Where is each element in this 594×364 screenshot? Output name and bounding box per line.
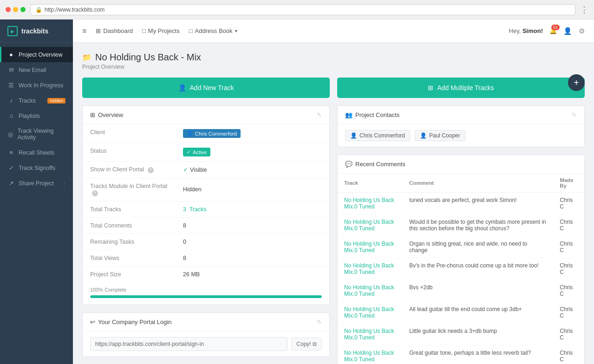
- dashboard-link[interactable]: ⊞ Dashboard: [96, 27, 133, 34]
- sidebar-item-tracks[interactable]: ♪ Tracks Hidden: [0, 93, 73, 108]
- sidebar-item-track-viewing-activity[interactable]: ◎ Track Viewing Activity: [0, 124, 73, 145]
- portal-url-input[interactable]: [90, 337, 287, 351]
- my-projects-link[interactable]: □ My Projects: [142, 27, 180, 34]
- browser-dots: [6, 7, 26, 12]
- comment-track-link[interactable]: No Holding Us Back Mix.0 Tuned: [344, 240, 394, 254]
- hamburger-icon[interactable]: ≡: [82, 27, 86, 35]
- url-text: http://www.trackbits.com: [45, 6, 104, 13]
- sidebar-item-track-signoffs[interactable]: ✓ Track Signoffs: [0, 160, 73, 176]
- sidebar-logo: ▶ trackbits: [0, 20, 73, 43]
- close-dot[interactable]: [6, 7, 11, 12]
- tracks-count-link[interactable]: 3 Tracks: [183, 206, 207, 213]
- settings-icon[interactable]: ⚙: [579, 27, 585, 35]
- visible-text: Visible: [190, 167, 207, 173]
- comment-text-cell: Bvs +2db: [403, 280, 553, 302]
- minimize-dot[interactable]: [13, 7, 18, 12]
- comment-madeby-cell: Chris C: [553, 193, 584, 214]
- sidebar-label-project-overview: Project Overview: [19, 52, 62, 58]
- client-badge-icon: 👤: [187, 130, 193, 136]
- sidebar-label-recall-sheets: Recall Sheets: [19, 150, 54, 156]
- logo-text: trackbits: [21, 27, 48, 35]
- comment-madeby-cell: Chris C: [553, 345, 584, 364]
- contacts-title: 👥 Project Contacts: [345, 111, 399, 118]
- url-bar[interactable]: 🔒 http://www.trackbits.com: [30, 4, 575, 15]
- comment-track-link[interactable]: No Holding Us Back Mix.0 Tuned: [344, 328, 394, 341]
- logo-icon: ▶: [7, 26, 18, 36]
- comment-track-cell: No Holding Us Back Mix.0 Tuned: [338, 345, 403, 364]
- address-book-label: Address Book: [195, 27, 233, 34]
- add-button[interactable]: +: [568, 74, 585, 91]
- col-track: Track: [338, 174, 403, 193]
- overview-table: Client 👤 Chris Commerford Status: [83, 124, 329, 282]
- client-badge-text: Chris Commerford: [195, 131, 237, 136]
- sidebar-label-share-project: Share Project: [19, 180, 54, 187]
- notifications-button[interactable]: 🔔 51: [549, 27, 557, 34]
- comment-madeby-cell: Chris C: [553, 302, 584, 324]
- comments-icon: 💬: [345, 161, 352, 168]
- add-new-track-label: Add New Track: [190, 84, 234, 91]
- contact-name-0: Chris Commerford: [359, 132, 405, 139]
- greeting-text: Hey, Simon!: [509, 27, 543, 34]
- user-icon[interactable]: 👤: [563, 27, 572, 35]
- comment-track-link[interactable]: No Holding Us Back Mix.0 Tuned: [344, 284, 394, 297]
- comment-text-cell: Little guitar lick needs a 3+db bump: [403, 324, 553, 345]
- comments-table: Track Comment Made By No Holding Us Back…: [338, 174, 584, 364]
- sidebar-item-share-project[interactable]: ↗ Share Project ‹: [0, 176, 73, 191]
- add-multiple-tracks-button[interactable]: ⊞ Add Multiple Tracks: [337, 78, 585, 98]
- table-row: No Holding Us Back Mix.0 Tuned Would it …: [338, 214, 584, 236]
- comment-madeby-cell: Chris C: [553, 324, 584, 345]
- status-label: Status: [83, 143, 176, 161]
- client-portal-label-text: Show in Client Portal: [90, 166, 144, 173]
- comment-text-cell: Organ is sitting great, nice and wide, n…: [403, 236, 553, 258]
- comment-track-link[interactable]: No Holding Us Back Mix.0 Tuned: [344, 197, 394, 210]
- sidebar-label-playlists: Playlists: [19, 113, 40, 119]
- top-nav-right: Hey, Simon! 🔔 51 👤 ⚙: [509, 27, 585, 35]
- table-row: No Holding Us Back Mix.0 Tuned All lead …: [338, 302, 584, 324]
- address-book-dropdown-icon: ▾: [235, 28, 237, 33]
- sidebar-item-playlists[interactable]: ♫ Playlists: [0, 108, 73, 124]
- two-col-layout: ⊞ Overview ✎ Client 👤: [82, 105, 585, 364]
- comment-track-link[interactable]: No Holding Us Back Mix.0 Tuned: [344, 350, 394, 363]
- add-new-track-button[interactable]: 👤 Add New Track: [82, 78, 330, 98]
- remaining-tasks-value: 0: [176, 234, 329, 250]
- add-multiple-tracks-label: Add Multiple Tracks: [437, 84, 494, 91]
- contact-tag-0[interactable]: 👤 Chris Commerford: [345, 130, 410, 141]
- contact-tag-1[interactable]: 👤 Paul Cooper: [415, 130, 465, 141]
- client-badge[interactable]: 👤 Chris Commerford: [183, 129, 241, 138]
- page-subtitle: Project Overview: [82, 64, 585, 70]
- add-track-icon: 👤: [178, 84, 186, 91]
- overview-edit-icon[interactable]: ✎: [317, 111, 322, 118]
- contacts-edit-icon[interactable]: ✎: [572, 111, 577, 118]
- sidebar-item-work-in-progress[interactable]: ☰ Work In Progress: [0, 78, 73, 93]
- table-row: No Holding Us Back Mix.0 Tuned Bvs +2db …: [338, 280, 584, 302]
- comments-tbody: No Holding Us Back Mix.0 Tuned tuned voc…: [338, 193, 584, 364]
- recall-sheets-icon: ≡: [7, 149, 15, 156]
- comment-track-link[interactable]: No Holding Us Back Mix.0 Tuned: [344, 262, 394, 275]
- browser-chrome: 🔒 http://www.trackbits.com ⋮: [0, 0, 594, 20]
- address-book-link[interactable]: □ Address Book ▾: [189, 27, 237, 34]
- sidebar-item-project-overview[interactable]: ● Project Overview: [0, 47, 73, 62]
- sidebar-item-recall-sheets[interactable]: ≡ Recall Sheets: [0, 145, 73, 160]
- fullscreen-dot[interactable]: [20, 7, 26, 12]
- project-overview-icon: ●: [7, 51, 15, 58]
- comment-track-cell: No Holding Us Back Mix.0 Tuned: [338, 214, 403, 236]
- overview-row-status: Status ✓ Active: [83, 143, 329, 162]
- portal-login-edit-icon[interactable]: ✎: [317, 318, 322, 325]
- tracks-icon: ♪: [7, 97, 15, 104]
- project-size-value: 26 MB: [176, 266, 329, 282]
- portal-login-card: ↩ Your Company Portal Login ✎ Copy! ⧉: [82, 312, 330, 357]
- copy-button[interactable]: Copy! ⧉: [291, 338, 322, 351]
- overview-row-total-tracks: Total Tracks 3 Tracks: [83, 202, 329, 218]
- comment-track-link[interactable]: No Holding Us Back Mix.0 Tuned: [344, 219, 394, 232]
- portal-login-title-text: Your Company Portal Login: [98, 318, 172, 325]
- comment-madeby-cell: Chris C: [553, 258, 584, 280]
- sidebar-item-new-email[interactable]: ✉ New Email: [0, 62, 73, 78]
- table-row: No Holding Us Back Mix.0 Tuned Bv's in t…: [338, 258, 584, 280]
- portal-login-header: ↩ Your Company Portal Login ✎: [83, 313, 329, 332]
- browser-menu-icon[interactable]: ⋮: [580, 6, 588, 14]
- overview-row-client: Client 👤 Chris Commerford: [83, 124, 329, 143]
- comment-track-link[interactable]: No Holding Us Back Mix.0 Tuned: [344, 306, 394, 319]
- comment-track-cell: No Holding Us Back Mix.0 Tuned: [338, 258, 403, 280]
- contact-name-1: Paul Cooper: [429, 132, 460, 139]
- remaining-tasks-label: Remaining Tasks: [83, 234, 176, 250]
